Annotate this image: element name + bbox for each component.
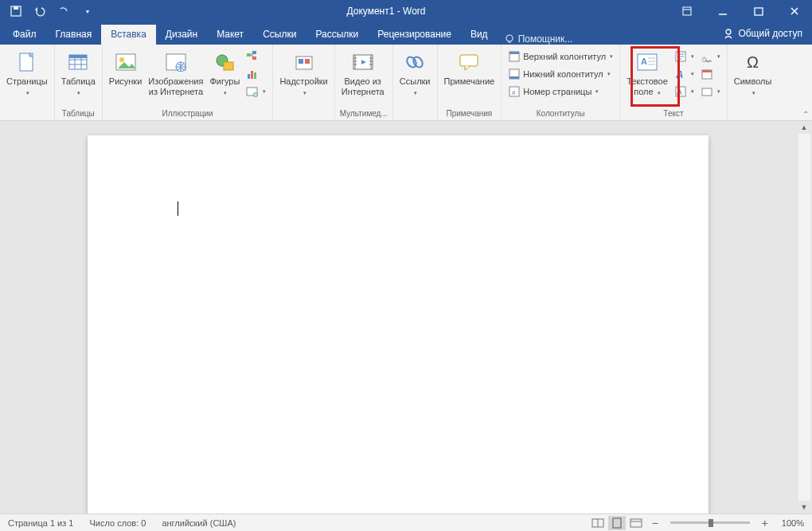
quick-parts-icon [674,50,687,63]
svg-rect-52 [630,519,642,527]
ribbon: Страницы▾ Таблица▾ Таблицы Рисунки Изобр… [0,45,812,121]
zoom-level[interactable]: 100% [775,518,807,528]
web-layout-button[interactable] [627,516,645,530]
print-layout-button[interactable] [608,516,626,530]
comment-icon [456,49,482,75]
tab-file[interactable]: Файл [3,25,46,45]
svg-rect-35 [509,76,519,79]
scroll-up-button[interactable]: ▲ [798,121,810,134]
zoom-thumb[interactable] [709,519,713,527]
qat-customize-icon[interactable]: ▾ [78,2,97,21]
chart-button[interactable] [243,65,269,83]
header-icon [508,50,521,63]
lightbulb-icon [504,33,515,45]
table-icon [65,49,91,75]
svg-rect-33 [509,52,519,54]
tab-insert[interactable]: Вставка [101,25,156,45]
maximize-button[interactable] [740,0,776,22]
comment-button[interactable]: Примечание [441,46,498,88]
pages-button[interactable]: Страницы▾ [3,46,51,98]
addins-button[interactable]: Надстройки▾ [276,46,330,98]
pages-label: Страницы [6,76,48,86]
footer-button[interactable]: Нижний колонтитул▾ [505,65,616,83]
ribbon-tab-bar: Файл Главная Вставка Дизайн Макет Ссылки… [0,22,812,45]
svg-rect-17 [247,53,251,57]
text-small-col2: ▾ ▾ [697,46,724,100]
status-language[interactable]: английский (США) [154,518,244,528]
document-area[interactable]: ▲ ▼ [0,121,812,513]
smartart-button[interactable] [243,48,269,65]
screenshot-button[interactable]: ▾ [243,83,269,100]
svg-rect-26 [299,59,303,64]
group-header-footer: Верхний колонтитул▾ Нижний колонтитул▾ #… [502,45,620,120]
window-title: Документ1 - Word [103,6,669,17]
svg-rect-31 [460,55,478,66]
tab-design[interactable]: Дизайн [156,25,207,45]
status-word-count[interactable]: Число слов: 0 [81,518,154,528]
online-pictures-label: Изображения из Интернета [148,76,203,96]
share-button[interactable]: Общий доступ [713,22,812,45]
save-button[interactable] [6,2,25,21]
svg-rect-22 [254,72,256,79]
title-bar: ▾ Документ1 - Word [0,0,812,22]
group-text-label: Текст [623,107,724,120]
online-pictures-button[interactable]: Изображения из Интернета [145,46,206,98]
tab-layout[interactable]: Макет [207,25,253,45]
group-illustrations: Рисунки Изображения из Интернета Фигуры▾… [103,45,274,120]
tab-mailings[interactable]: Рассылки [306,25,368,45]
page-number-button[interactable]: #Номер страницы▾ [505,83,616,100]
scroll-down-button[interactable]: ▼ [798,501,810,513]
close-button[interactable] [776,0,812,22]
footer-label: Нижний колонтитул [523,69,603,79]
svg-rect-46 [702,70,712,72]
vertical-scrollbar[interactable]: ▲ ▼ [798,121,810,513]
tell-me-search[interactable]: Помощник... [498,33,580,45]
scroll-track[interactable] [798,134,810,501]
shapes-button[interactable]: Фигуры▾ [206,46,243,98]
zoom-in-button[interactable]: + [756,516,774,530]
signature-line-button[interactable]: ▾ [697,48,724,65]
svg-rect-21 [251,71,253,79]
tab-references[interactable]: Ссылки [253,25,306,45]
group-media: Видео из Интернета Мультимед... [335,45,393,120]
collapse-ribbon-button[interactable]: ⌃ [802,110,809,119]
page[interactable] [88,135,709,513]
tab-review[interactable]: Рецензирование [368,25,461,45]
shapes-label: Фигуры [209,76,240,86]
online-video-button[interactable]: Видео из Интернета [338,46,388,98]
textbox-button[interactable]: A Текстовое поле ▾ [623,46,671,98]
status-page[interactable]: Страница 1 из 1 [0,518,81,528]
redo-button[interactable] [54,2,73,21]
smartart-icon [246,50,259,63]
svg-rect-47 [702,88,712,96]
symbols-button[interactable]: Ω Символы▾ [731,46,775,98]
wordart-button[interactable]: A▾ [671,65,697,83]
date-time-button[interactable] [697,65,724,83]
text-cursor [178,201,178,216]
svg-rect-4 [755,8,763,15]
tab-view[interactable]: Вид [461,25,498,45]
undo-button[interactable] [30,2,49,21]
chart-icon [246,68,259,80]
svg-text:A: A [677,88,682,96]
quick-parts-button[interactable]: ▾ [671,48,697,65]
zoom-out-button[interactable]: − [646,516,664,530]
object-icon [701,85,713,98]
read-mode-button[interactable] [589,516,607,530]
minimize-button[interactable] [705,0,740,22]
table-button[interactable]: Таблица▾ [58,46,99,98]
status-bar: Страница 1 из 1 Число слов: 0 английский… [0,513,812,531]
drop-cap-button[interactable]: A▾ [671,83,697,100]
zoom-slider[interactable] [670,521,750,524]
svg-text:#: # [512,89,516,96]
pictures-button[interactable]: Рисунки [106,46,146,88]
tab-home[interactable]: Главная [46,25,102,45]
svg-rect-10 [69,55,87,58]
links-button[interactable]: Ссылки▾ [396,46,434,98]
header-button[interactable]: Верхний колонтитул▾ [505,48,616,65]
svg-rect-51 [613,518,621,528]
ribbon-display-options-button[interactable] [669,0,705,22]
object-button[interactable]: ▾ [697,83,724,100]
group-tables: Таблица▾ Таблицы [55,45,103,120]
video-icon [350,49,376,75]
